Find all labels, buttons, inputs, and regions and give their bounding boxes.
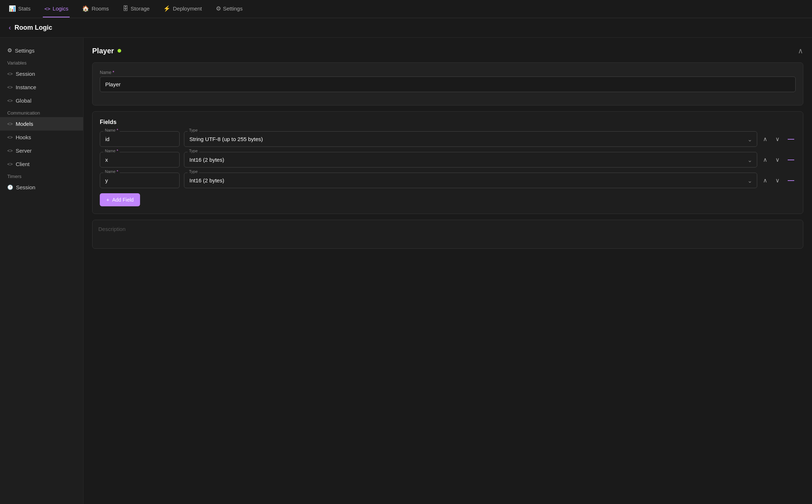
player-header: Player ∧	[92, 46, 803, 55]
field-move-down-button-2[interactable]: ∨	[774, 176, 781, 185]
instance-icon: <>	[7, 84, 13, 90]
sidebar-item-instance[interactable]: <> Instance	[0, 80, 83, 94]
field-name-input-0[interactable]	[100, 131, 180, 147]
nav-rooms[interactable]: 🏠 Rooms	[81, 0, 110, 18]
timer-session-icon: 🕐	[7, 185, 13, 190]
sidebar-item-timers-session[interactable]: 🕐 Session	[0, 181, 83, 194]
sidebar-item-global[interactable]: <> Global	[0, 94, 83, 107]
content-panel: Player ∧ Name * Fields Name	[83, 38, 812, 504]
description-placeholder: Description	[98, 226, 126, 232]
fields-container: Fields Name * Type String UTF-8 (up to 2…	[92, 111, 803, 214]
field-type-select-0[interactable]: String UTF-8 (up to 255 bytes)Int16 (2 b…	[184, 131, 757, 147]
page-title: Room Logic	[15, 24, 52, 32]
field-row: Name * Type String UTF-8 (up to 255 byte…	[100, 131, 796, 147]
collapse-button[interactable]: ∧	[798, 46, 803, 55]
field-remove-button-0[interactable]: —	[786, 135, 796, 144]
deployment-icon: ⚡	[163, 5, 171, 12]
field-type-select-2[interactable]: String UTF-8 (up to 255 bytes)Int16 (2 b…	[184, 173, 757, 188]
description-box[interactable]: Description	[92, 220, 803, 249]
storage-icon: 🗄	[123, 5, 128, 12]
sidebar: ⚙ Settings Variables <> Session <> Insta…	[0, 38, 83, 504]
fields-title: Fields	[100, 119, 796, 125]
session-icon: <>	[7, 71, 13, 77]
settings-gear-icon: ⚙	[7, 47, 12, 54]
sidebar-item-client[interactable]: <> Client	[0, 157, 83, 171]
sidebar-item-server[interactable]: <> Server	[0, 144, 83, 157]
sidebar-item-session[interactable]: <> Session	[0, 67, 83, 80]
rooms-icon: 🏠	[82, 5, 89, 12]
field-remove-button-1[interactable]: —	[786, 155, 796, 164]
name-input[interactable]	[100, 77, 796, 92]
field-name-input-2[interactable]	[100, 173, 180, 188]
sidebar-item-models[interactable]: <> Models	[0, 117, 83, 131]
nav-settings[interactable]: ⚙ Settings	[214, 0, 244, 18]
field-move-up-button-2[interactable]: ∧	[762, 176, 769, 185]
name-label: Name *	[100, 70, 796, 75]
settings-icon: ⚙	[216, 5, 221, 12]
add-field-button[interactable]: + + Add Field Add Field	[100, 193, 140, 206]
field-row: Name * Type String UTF-8 (up to 255 byte…	[100, 152, 796, 168]
hooks-icon: <>	[7, 135, 13, 140]
nav-stats[interactable]: 📊 Stats	[7, 0, 32, 18]
field-move-down-button-0[interactable]: ∨	[774, 135, 781, 143]
name-section: Name *	[92, 62, 803, 106]
top-nav: 📊 Stats <> Logics 🏠 Rooms 🗄 Storage ⚡ De…	[0, 0, 812, 18]
nav-deployment[interactable]: ⚡ Deployment	[162, 0, 203, 18]
field-row: Name * Type String UTF-8 (up to 255 byte…	[100, 173, 796, 188]
back-button[interactable]: ‹	[9, 24, 11, 32]
player-title: Player	[92, 47, 114, 55]
field-type-select-1[interactable]: String UTF-8 (up to 255 bytes)Int16 (2 b…	[184, 152, 757, 168]
server-icon: <>	[7, 148, 13, 153]
field-remove-button-2[interactable]: —	[786, 176, 796, 185]
plus-icon: +	[106, 197, 109, 203]
field-rows-container: Name * Type String UTF-8 (up to 255 byte…	[100, 131, 796, 188]
sidebar-section-variables: Variables	[0, 57, 83, 67]
nav-storage[interactable]: 🗄 Storage	[121, 0, 151, 18]
field-move-up-button-0[interactable]: ∧	[762, 135, 769, 143]
client-icon: <>	[7, 161, 13, 167]
logics-icon: <>	[44, 6, 50, 12]
global-icon: <>	[7, 98, 13, 103]
models-icon: <>	[7, 121, 13, 127]
sidebar-section-communication: Communication	[0, 107, 83, 117]
field-name-input-1[interactable]	[100, 152, 180, 168]
nav-logics[interactable]: <> Logics	[43, 0, 70, 17]
sidebar-item-hooks[interactable]: <> Hooks	[0, 131, 83, 144]
field-move-down-button-1[interactable]: ∨	[774, 156, 781, 164]
breadcrumb: ‹ Room Logic	[0, 18, 812, 38]
sidebar-section-timers: Timers	[0, 171, 83, 181]
sidebar-item-settings[interactable]: ⚙ Settings	[0, 44, 83, 57]
player-status-dot	[118, 49, 121, 53]
field-move-up-button-1[interactable]: ∧	[762, 156, 769, 164]
stats-icon: 📊	[9, 5, 16, 12]
